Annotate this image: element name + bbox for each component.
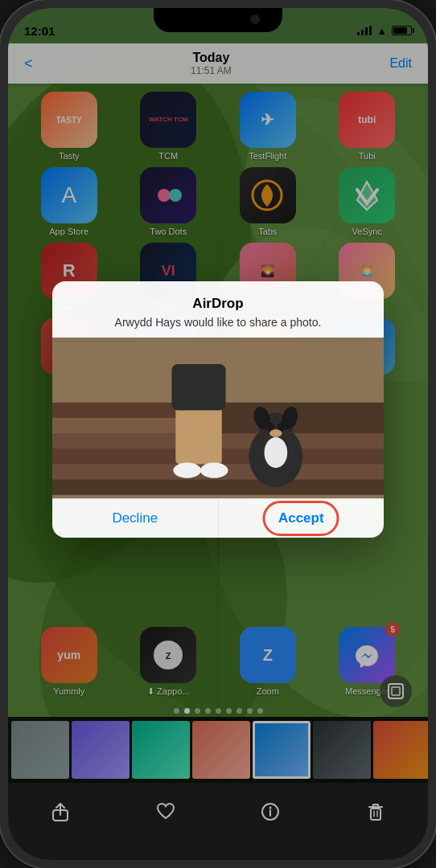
phone-inner: 12:01 ▲ < Toda — [8, 8, 428, 860]
wifi-icon: ▲ — [376, 25, 387, 37]
svg-point-22 — [200, 462, 228, 477]
status-icons: ▲ — [357, 25, 412, 37]
status-time: 12:01 — [24, 24, 55, 38]
battery-icon — [392, 26, 412, 35]
camera — [250, 14, 260, 24]
airdrop-title: AirDrop — [65, 296, 371, 312]
decline-button[interactable]: Decline — [52, 499, 219, 538]
accept-button[interactable]: Accept — [219, 499, 385, 538]
airdrop-header: AirDrop Arwydd Hays would like to share … — [52, 281, 384, 338]
notch — [154, 8, 282, 32]
airdrop-buttons: Decline Accept — [52, 498, 384, 538]
svg-point-27 — [269, 429, 282, 437]
signal-icon — [357, 26, 372, 35]
airdrop-message: Arwydd Hays would like to share a photo. — [65, 315, 371, 331]
airdrop-photo — [52, 338, 384, 498]
svg-rect-20 — [172, 364, 226, 410]
airdrop-dialog: AirDrop Arwydd Hays would like to share … — [52, 281, 384, 538]
screen: 12:01 ▲ < Toda — [8, 8, 428, 860]
svg-point-21 — [173, 462, 200, 477]
svg-point-28 — [264, 437, 287, 468]
svg-rect-17 — [52, 402, 175, 417]
phone-frame: 12:01 ▲ < Toda — [0, 0, 436, 868]
